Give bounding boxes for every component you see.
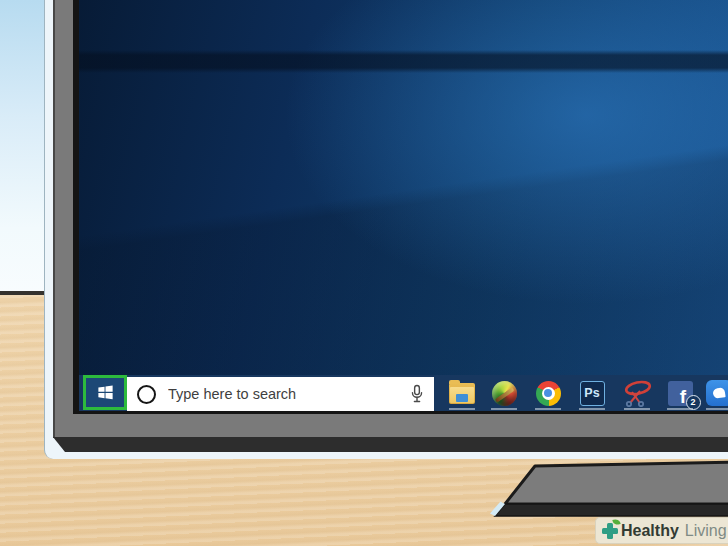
wall-background bbox=[0, 0, 45, 293]
running-app-indicator bbox=[535, 408, 561, 410]
running-app-indicator bbox=[706, 408, 728, 410]
microphone-icon[interactable] bbox=[410, 384, 424, 404]
illustration-scene: Ps bbox=[0, 0, 728, 546]
chrome-icon[interactable] bbox=[528, 375, 568, 411]
healthy-living-watermark: Healthy Living bbox=[595, 517, 728, 544]
scissors-ellipse-glyph bbox=[622, 379, 652, 407]
start-button[interactable] bbox=[83, 375, 127, 410]
facebook-glyph: f 2 bbox=[668, 381, 693, 406]
desk-edge bbox=[0, 291, 46, 295]
facebook-icon[interactable]: f 2 bbox=[660, 375, 700, 411]
brand-name-light: Living bbox=[685, 522, 727, 540]
running-app-indicator bbox=[579, 408, 605, 410]
running-app-indicator bbox=[624, 408, 650, 410]
paint-sphere-app-icon[interactable] bbox=[484, 375, 524, 411]
cortana-circle-icon bbox=[137, 385, 156, 404]
running-app-indicator bbox=[667, 408, 693, 410]
photoshop-icon[interactable]: Ps bbox=[572, 375, 612, 411]
messenger-glyph bbox=[706, 380, 728, 406]
folder-glyph bbox=[449, 383, 475, 404]
brand-name-bold: Healthy bbox=[621, 522, 679, 540]
keyboard bbox=[486, 458, 728, 524]
ps-glyph: Ps bbox=[580, 381, 605, 406]
screen: Ps bbox=[79, 0, 728, 411]
wallpaper-dark-band bbox=[79, 50, 728, 73]
running-app-indicator bbox=[491, 408, 517, 410]
taskbar: Ps bbox=[79, 375, 728, 411]
file-explorer-icon[interactable] bbox=[442, 375, 482, 411]
messenger-icon[interactable] bbox=[699, 375, 728, 411]
running-app-indicator bbox=[449, 408, 475, 410]
color-sphere-glyph bbox=[492, 381, 517, 406]
monitor-bottom-edge bbox=[53, 437, 728, 452]
windows-hero-wallpaper bbox=[79, 0, 728, 411]
health-cross-leaf-icon bbox=[601, 522, 618, 539]
taskbar-search-box[interactable] bbox=[127, 377, 434, 411]
search-input[interactable] bbox=[166, 385, 400, 403]
monitor: Ps bbox=[44, 0, 728, 459]
snipping-tool-icon[interactable] bbox=[617, 375, 657, 411]
chrome-glyph bbox=[536, 381, 561, 406]
windows-logo-icon bbox=[96, 383, 115, 402]
